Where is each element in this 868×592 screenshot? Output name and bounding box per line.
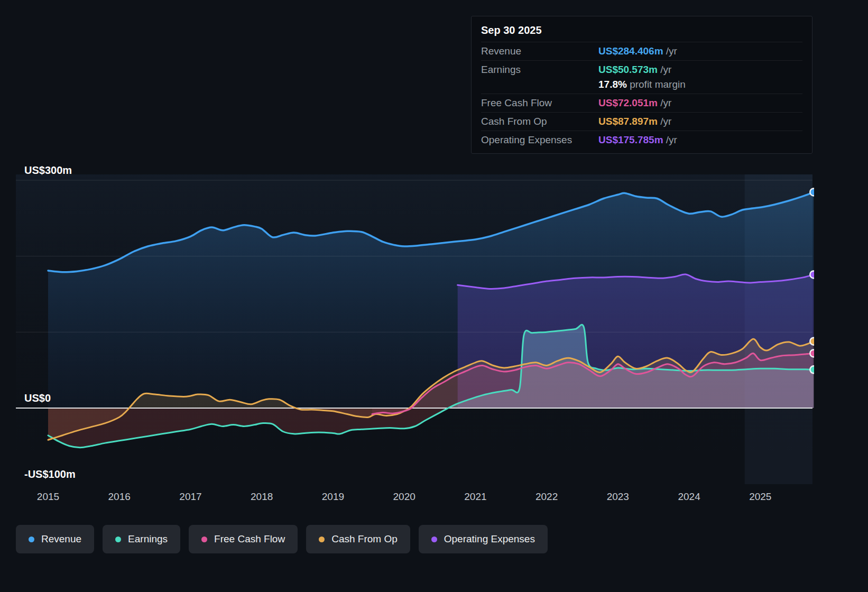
x-axis-label: 2020 [393,491,415,502]
tooltip-row-profit-margin: 17.8% profit margin [481,79,802,94]
tooltip-value-earnings: US$50.573m /yr [598,64,802,76]
tooltip-row-revenue: Revenue US$284.406m /yr [481,42,802,60]
earnings-end-marker [810,366,817,373]
x-axis-label: 2024 [678,491,700,502]
earnings-dot-icon [115,536,121,542]
financials-chart-page: { "tooltip": { "date": "Sep 30 2025", "r… [0,0,868,592]
x-axis-label: 2019 [322,491,344,502]
tooltip-value-cash-from-op: US$87.897m /yr [598,116,802,127]
tooltip-row-earnings: Earnings US$50.573m /yr [481,60,802,79]
legend-item-cash-from-op[interactable]: Cash From Op [306,525,410,553]
tooltip-row-free-cash-flow: Free Cash Flow US$72.051m /yr [481,94,802,112]
tooltip-date: Sep 30 2025 [481,23,802,42]
legend-label-free-cash-flow: Free Cash Flow [214,533,285,545]
tooltip-label-revenue: Revenue [481,45,598,57]
revenue-end-marker [810,188,817,196]
x-axis-label: 2015 [37,491,59,502]
legend-item-operating-expenses[interactable]: Operating Expenses [419,525,548,553]
revenue-dot-icon [29,536,34,542]
x-axis-label: 2025 [749,491,771,502]
x-axis-label: 2023 [607,491,629,502]
legend-item-earnings[interactable]: Earnings [103,525,180,553]
legend-label-earnings: Earnings [128,533,168,545]
x-axis-label: 2017 [179,491,201,502]
data-tooltip: Sep 30 2025 Revenue US$284.406m /yr Earn… [471,16,812,154]
tooltip-row-cash-from-op: Cash From Op US$87.897m /yr [481,112,802,131]
x-axis-label: 2021 [464,491,486,502]
tooltip-value-revenue: US$284.406m /yr [598,45,802,57]
operating-expenses-dot-icon [431,536,437,542]
legend-label-revenue: Revenue [41,533,81,545]
y-axis-label: -US$100m [24,468,76,480]
free-cash-flow-end-marker [810,349,817,357]
y-axis-label: US$0 [24,392,51,404]
tooltip-label-earnings: Earnings [481,64,598,76]
cash-from-op-end-marker [810,338,817,345]
x-axis-label: 2016 [108,491,131,502]
x-axis-label: 2022 [535,491,558,502]
tooltip-value-profit-margin: 17.8% profit margin [598,79,802,90]
legend-item-revenue[interactable]: Revenue [16,525,94,553]
tooltip-value-free-cash-flow: US$72.051m /yr [598,97,802,109]
legend: Revenue Earnings Free Cash Flow Cash Fro… [16,525,548,553]
cash-from-op-dot-icon [319,536,325,542]
legend-item-free-cash-flow[interactable]: Free Cash Flow [189,525,298,553]
free-cash-flow-dot-icon [201,536,207,542]
tooltip-label-cash-from-op: Cash From Op [481,116,598,127]
legend-label-operating-expenses: Operating Expenses [444,533,535,545]
x-axis-label: 2018 [251,491,273,502]
tooltip-row-operating-expenses: Operating Expenses US$175.785m /yr [481,131,802,149]
tooltip-label-operating-expenses: Operating Expenses [481,134,598,146]
tooltip-label-free-cash-flow: Free Cash Flow [481,97,598,109]
y-axis-label: US$300m [24,164,72,176]
operating-expenses-end-marker [810,271,817,278]
legend-label-cash-from-op: Cash From Op [331,533,398,545]
tooltip-value-operating-expenses: US$175.785m /yr [598,134,802,146]
